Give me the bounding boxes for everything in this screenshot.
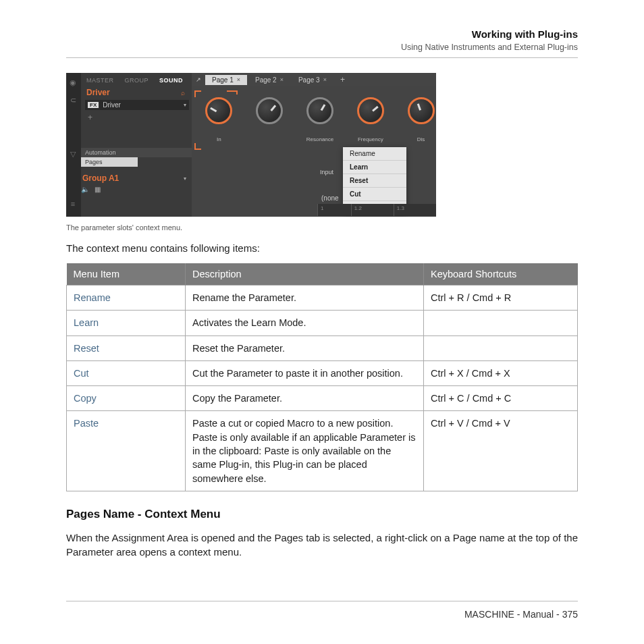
cell-kb [424, 336, 578, 360]
fx-badge: FX [88, 102, 99, 108]
ruler-tick: 1.2 [351, 204, 394, 216]
knob-label: Frequency [358, 136, 383, 142]
section-heading: Pages Name - Context Menu [66, 508, 578, 521]
table-row: PastePaste a cut or copied Macro to a ne… [67, 411, 578, 491]
plug-icon[interactable]: ⊂ [66, 93, 80, 107]
speaker-row: 🔈 ▦ [81, 183, 192, 193]
knob-resonance: Resonance [305, 97, 336, 142]
ctx-rename[interactable]: Rename [343, 147, 406, 161]
page-tabbar: ↗ Page 1× Page 2× Page 3× + [192, 73, 436, 86]
page-tab-1[interactable]: Page 1× [205, 75, 247, 85]
tab-sound[interactable]: SOUND [159, 77, 183, 84]
menu-items-table: Menu Item Description Keyboard Shortcuts… [66, 263, 578, 491]
master-group-sound-tabs: MASTER GROUP SOUND [85, 76, 188, 86]
ruler-tick: 1 [317, 204, 351, 216]
table-row: CopyCopy the Parameter.Ctrl + C / Cmd + … [67, 386, 578, 411]
knob[interactable] [306, 97, 333, 124]
cell-desc: Reset the Parameter. [186, 336, 424, 360]
expand-icon[interactable]: ↗ [196, 76, 201, 83]
pages-tab[interactable]: Pages [81, 157, 138, 167]
knob-in: In [204, 97, 234, 142]
cell-kb: Ctrl + R / Cmd + R [424, 286, 578, 311]
close-icon[interactable]: × [237, 76, 240, 83]
group-name[interactable]: Group A1 [82, 173, 119, 183]
header-title: Working with Plug-ins [66, 28, 578, 40]
cell-desc: Paste a cut or copied Macro to a new pos… [186, 411, 424, 491]
cell-kb: Ctrl + C / Cmd + C [424, 386, 578, 411]
cell-item: Learn [67, 311, 186, 336]
th-shortcuts: Keyboard Shortcuts [424, 263, 578, 286]
selection-bracket-tl [194, 90, 201, 97]
selection-bracket-bl [194, 143, 201, 150]
knob[interactable] [256, 97, 283, 124]
ctx-reset[interactable]: Reset [343, 174, 406, 188]
cell-item: Rename [67, 286, 186, 311]
knob[interactable] [408, 97, 435, 124]
table-row: RenameRename the Parameter.Ctrl + R / Cm… [67, 286, 578, 311]
parameter-area: ↗ Page 1× Page 2× Page 3× + In Resonance [192, 73, 436, 217]
page-tab-2-label: Page 2 [255, 76, 277, 84]
page-header: Working with Plug-ins Using Native Instr… [66, 28, 578, 52]
knob-blank1 [254, 97, 285, 142]
chevron-down-icon[interactable]: ▾ [184, 176, 186, 182]
left-panel: ◉ ⊂ ▽ ≡ MASTER GROUP SOUND Driver ⌕ FX D… [66, 73, 192, 217]
add-page-button[interactable]: + [335, 75, 350, 84]
knob-label: Resonance [306, 136, 333, 142]
page-tab-3[interactable]: Page 3× [292, 75, 333, 85]
knob-frequency: Frequency [355, 97, 385, 142]
grid-icon[interactable]: ▦ [95, 186, 101, 193]
cell-item: Cut [67, 360, 186, 385]
search-icon[interactable]: ⌕ [181, 89, 185, 97]
table-row: LearnActivates the Learn Mode. [67, 311, 578, 336]
knob-label: Dis [417, 136, 425, 142]
table-row: CutCut the Parameter to paste it in anot… [67, 360, 578, 385]
speaker-icon[interactable]: 🔈 [81, 186, 89, 193]
add-plugin-button[interactable]: + [85, 111, 188, 124]
automation-header: Automation [81, 148, 192, 157]
input-label: Input [320, 169, 333, 176]
page-tab-3-label: Page 3 [298, 76, 320, 84]
tab-group[interactable]: GROUP [125, 77, 149, 84]
footer-text: MASCHINE - Manual - 375 [464, 609, 578, 620]
knob[interactable] [205, 97, 232, 124]
cell-kb [424, 311, 578, 336]
plugin-name: Driver [86, 88, 110, 97]
cell-desc: Rename the Parameter. [186, 286, 424, 311]
section-body: When the Assignment Area is opened and t… [66, 531, 578, 559]
ctx-learn[interactable]: Learn [343, 161, 406, 174]
cell-item: Paste [67, 411, 186, 491]
close-icon[interactable]: × [280, 76, 284, 83]
cell-desc: Copy the Parameter. [186, 386, 424, 411]
footer-divider [66, 601, 578, 601]
th-menu-item: Menu Item [67, 263, 186, 286]
th-description: Description [186, 263, 424, 286]
knob[interactable] [357, 97, 384, 124]
app-screenshot: ◉ ⊂ ▽ ≡ MASTER GROUP SOUND Driver ⌕ FX D… [66, 73, 436, 217]
cell-kb: Ctrl + V / Cmd + V [424, 411, 578, 491]
knob-dis: Dis [406, 97, 436, 142]
cell-item: Reset [67, 336, 186, 360]
table-row: ResetReset the Parameter. [67, 336, 578, 360]
ctx-cut[interactable]: Cut [343, 188, 406, 201]
knob-row: In Resonance Frequency Dis [192, 97, 436, 142]
left-panel-top: MASTER GROUP SOUND Driver ⌕ FX Driver ▾ … [81, 73, 192, 124]
page-footer: MASCHINE - Manual - 375 [66, 601, 578, 620]
page-tab-2[interactable]: Page 2× [248, 75, 290, 85]
selection-marker [227, 90, 236, 92]
record-icon[interactable]: ◉ [66, 76, 80, 89]
chevron-down-icon[interactable]: ▾ [184, 102, 186, 108]
close-icon[interactable]: × [323, 76, 327, 83]
cell-desc: Activates the Learn Mode. [186, 311, 424, 336]
left-icon-column: ◉ ⊂ ▽ ≡ [66, 73, 81, 217]
menu-icon[interactable]: ≡ [66, 197, 80, 211]
chevron-down-icon[interactable]: ▽ [66, 147, 80, 161]
page-tab-1-label: Page 1 [212, 76, 234, 84]
knob-label: In [217, 136, 221, 142]
fx-slot[interactable]: FX Driver ▾ [85, 100, 189, 110]
group-row: Group A1 ▾ [81, 173, 192, 183]
tab-master[interactable]: MASTER [86, 77, 114, 84]
fx-label: Driver [103, 101, 121, 109]
timeline-ruler: 1 1.2 1.3 [317, 204, 436, 216]
cell-desc: Cut the Parameter to paste it in another… [186, 360, 424, 385]
automation-block: Automation Pages [81, 148, 192, 167]
